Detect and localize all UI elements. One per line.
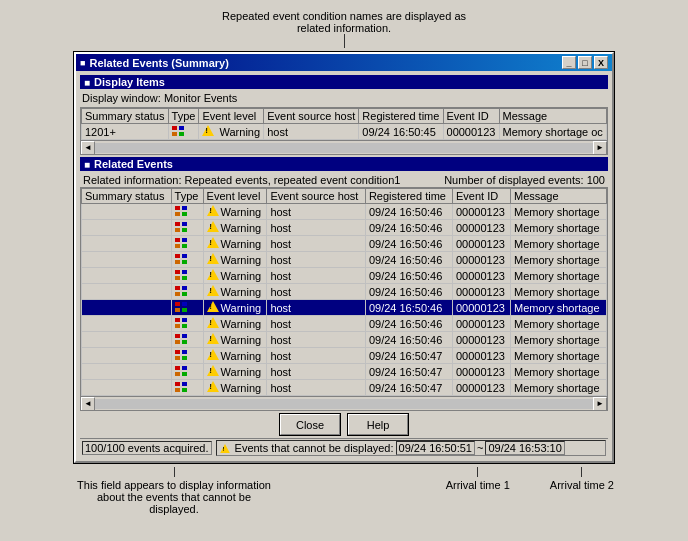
scrollbar-horizontal-top[interactable]: ◄ ► — [81, 140, 607, 154]
warning-icon — [207, 333, 219, 344]
di-event-level-text: Warning — [220, 126, 261, 138]
related-event-row[interactable]: Warninghost09/24 16:50:4700000123Memory … — [82, 380, 607, 396]
warning-icon — [207, 221, 219, 232]
col-registered-time: Registered time — [359, 109, 443, 124]
col-message: Message — [499, 109, 606, 124]
re-col-id: Event ID — [452, 189, 510, 204]
scroll-track-bottom[interactable] — [95, 399, 593, 409]
re-message: Memory shortage — [510, 220, 606, 236]
re-col-host: Event source host — [267, 189, 366, 204]
re-event-level-text: Warning — [221, 318, 262, 330]
re-event-level-text: Warning — [221, 382, 262, 394]
re-time: 09/24 16:50:47 — [365, 348, 452, 364]
close-button-main[interactable]: Close — [280, 414, 340, 435]
re-summary-status — [82, 364, 172, 380]
related-event-row[interactable]: Warninghost09/24 16:50:4700000123Memory … — [82, 364, 607, 380]
maximize-button[interactable]: □ — [578, 56, 592, 69]
annotation-top-text: Repeated event condition names are displ… — [222, 10, 466, 34]
re-event-level: Warning — [203, 268, 267, 284]
scroll-left-btn-2[interactable]: ◄ — [81, 397, 95, 411]
scroll-right-btn-2[interactable]: ► — [593, 397, 607, 411]
re-col-type: Type — [171, 189, 203, 204]
re-message: Memory shortage — [510, 316, 606, 332]
re-message: Memory shortage — [510, 284, 606, 300]
minimize-button[interactable]: _ — [562, 56, 576, 69]
re-message: Memory shortage — [510, 252, 606, 268]
re-summary-status — [82, 252, 172, 268]
re-time: 09/24 16:50:47 — [365, 380, 452, 396]
events-cannot-display-label: Events that cannot be displayed: — [235, 442, 394, 454]
related-event-row[interactable]: Warninghost09/24 16:50:4600000123Memory … — [82, 332, 607, 348]
related-events-icon: ■ — [84, 159, 90, 170]
re-time: 09/24 16:50:46 — [365, 236, 452, 252]
re-event-level-text: Warning — [221, 334, 262, 346]
re-id: 00000123 — [452, 236, 510, 252]
di-type — [168, 124, 199, 140]
scroll-track-top[interactable] — [95, 143, 593, 153]
warning-icon — [207, 237, 219, 248]
display-window-label: Display window: Monitor Events — [80, 91, 608, 105]
ann-arrival-time-2: Arrival time 2 — [550, 467, 614, 515]
related-event-row[interactable]: Warninghost09/24 16:50:4600000123Memory … — [82, 284, 607, 300]
re-message: Memory shortage — [510, 348, 606, 364]
close-button[interactable]: X — [594, 56, 608, 69]
related-event-row[interactable]: Warninghost09/24 16:50:4700000123Memory … — [82, 348, 607, 364]
annotations-bottom: This field appears to display informatio… — [74, 467, 614, 515]
related-event-row[interactable]: Warninghost09/24 16:50:4600000123Memory … — [82, 300, 607, 316]
display-items-label: Display Items — [94, 76, 165, 88]
related-events-table-wrapper: Summary status Type Event level Event so… — [80, 187, 608, 411]
related-events-scroll[interactable]: Summary status Type Event level Event so… — [81, 188, 607, 396]
related-event-row[interactable]: Warninghost09/24 16:50:4600000123Memory … — [82, 204, 607, 220]
related-event-row[interactable]: Warninghost09/24 16:50:4600000123Memory … — [82, 268, 607, 284]
ann-arrival-time-1-label: Arrival time 1 — [446, 479, 510, 491]
ann-bottom-left-text: This field appears to display informatio… — [77, 479, 271, 515]
di-event-id: 00000123 — [443, 124, 499, 140]
display-items-icon: ■ — [84, 77, 90, 88]
warning-icon — [207, 349, 219, 360]
re-event-level-text: Warning — [221, 222, 262, 234]
re-event-level: Warning — [203, 252, 267, 268]
re-type — [171, 364, 203, 380]
display-items-row[interactable]: 1201+ Warning — [82, 124, 607, 140]
status-bar: 100/100 events acquired. Events that can… — [80, 438, 608, 457]
re-type — [171, 252, 203, 268]
re-id: 00000123 — [452, 364, 510, 380]
help-button[interactable]: Help — [348, 414, 408, 435]
re-id: 00000123 — [452, 332, 510, 348]
related-events-table: Summary status Type Event level Event so… — [81, 188, 607, 396]
related-event-row[interactable]: Warninghost09/24 16:50:4600000123Memory … — [82, 220, 607, 236]
re-event-level: Warning — [203, 316, 267, 332]
di-host: host — [264, 124, 359, 140]
re-type — [171, 236, 203, 252]
events-acquired-status: 100/100 events acquired. — [82, 441, 212, 455]
re-event-level: Warning — [203, 284, 267, 300]
re-id: 00000123 — [452, 204, 510, 220]
scroll-left-btn[interactable]: ◄ — [81, 141, 95, 155]
main-window: ■ Related Events (Summary) _ □ X ■ Displ… — [74, 52, 614, 463]
warning-icon — [207, 285, 219, 296]
re-message: Memory shortage — [510, 332, 606, 348]
col-event-source-host: Event source host — [264, 109, 359, 124]
re-host: host — [267, 380, 366, 396]
re-summary-status — [82, 380, 172, 396]
re-host: host — [267, 300, 366, 316]
related-event-row[interactable]: Warninghost09/24 16:50:4600000123Memory … — [82, 316, 607, 332]
warning-icon — [207, 365, 219, 376]
warning-icon — [207, 317, 219, 328]
re-id: 00000123 — [452, 300, 510, 316]
col-event-id: Event ID — [443, 109, 499, 124]
re-summary-status — [82, 300, 172, 316]
related-info-bar: Related information: Repeated events, re… — [80, 173, 608, 187]
ann-arrival-time-2-label: Arrival time 2 — [550, 479, 614, 491]
di-message: Memory shortage oc — [499, 124, 606, 140]
re-host: host — [267, 284, 366, 300]
scroll-right-btn[interactable]: ► — [593, 141, 607, 155]
scrollbar-horizontal-bottom[interactable]: ◄ ► — [81, 396, 607, 410]
di-event-level: Warning — [199, 124, 264, 140]
re-id: 00000123 — [452, 284, 510, 300]
re-event-level: Warning — [203, 364, 267, 380]
col-type: Type — [168, 109, 199, 124]
related-event-row[interactable]: Warninghost09/24 16:50:4600000123Memory … — [82, 252, 607, 268]
related-event-row[interactable]: Warninghost09/24 16:50:4600000123Memory … — [82, 236, 607, 252]
re-type — [171, 332, 203, 348]
